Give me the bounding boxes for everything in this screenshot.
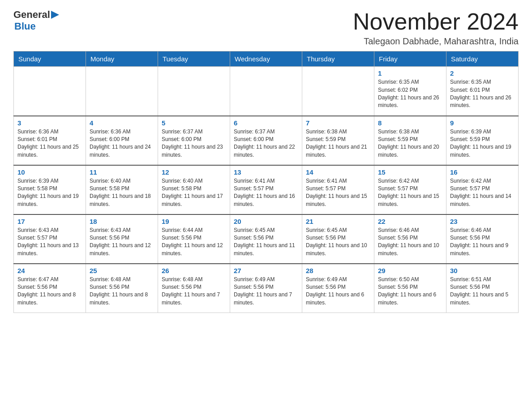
day-number: 15	[378, 168, 442, 176]
day-info: Sunrise: 6:35 AMSunset: 6:02 PMDaylight:…	[378, 78, 442, 110]
day-info: Sunrise: 6:41 AMSunset: 5:57 PMDaylight:…	[234, 177, 298, 209]
header-row: SundayMondayTuesdayWednesdayThursdayFrid…	[14, 51, 519, 67]
day-info: Sunrise: 6:40 AMSunset: 5:58 PMDaylight:…	[90, 177, 154, 209]
day-info: Sunrise: 6:49 AMSunset: 5:56 PMDaylight:…	[234, 276, 298, 307]
day-number: 25	[90, 267, 154, 274]
day-number: 23	[450, 218, 515, 225]
calendar-cell: 6Sunrise: 6:37 AMSunset: 6:00 PMDaylight…	[230, 116, 302, 165]
day-number: 30	[450, 267, 515, 274]
day-info: Sunrise: 6:51 AMSunset: 5:56 PMDaylight:…	[450, 276, 515, 307]
day-number: 9	[450, 119, 515, 127]
calendar-cell: 22Sunrise: 6:46 AMSunset: 5:56 PMDayligh…	[374, 214, 446, 264]
day-number: 21	[306, 218, 370, 225]
calendar-cell: 20Sunrise: 6:45 AMSunset: 5:56 PMDayligh…	[230, 214, 302, 264]
day-number: 27	[234, 267, 298, 274]
calendar-cell: 1Sunrise: 6:35 AMSunset: 6:02 PMDaylight…	[374, 67, 446, 116]
calendar-cell: 18Sunrise: 6:43 AMSunset: 5:56 PMDayligh…	[86, 214, 158, 264]
day-info: Sunrise: 6:43 AMSunset: 5:57 PMDaylight:…	[17, 227, 82, 258]
logo-arrow-icon	[51, 11, 59, 19]
logo-blue-text: Blue	[14, 21, 36, 32]
logo: General Blue	[13, 9, 59, 32]
day-number: 6	[234, 119, 298, 127]
day-info: Sunrise: 6:40 AMSunset: 5:58 PMDaylight:…	[162, 177, 226, 209]
day-number: 28	[306, 267, 370, 274]
day-info: Sunrise: 6:43 AMSunset: 5:56 PMDaylight:…	[90, 227, 154, 258]
day-info: Sunrise: 6:37 AMSunset: 6:00 PMDaylight:…	[234, 128, 298, 159]
day-number: 16	[450, 168, 515, 176]
day-number: 20	[234, 218, 298, 225]
calendar-table: SundayMondayTuesdayWednesdayThursdayFrid…	[13, 51, 519, 313]
day-info: Sunrise: 6:37 AMSunset: 6:00 PMDaylight:…	[162, 128, 226, 159]
calendar-cell	[302, 67, 374, 116]
day-number: 4	[90, 119, 154, 127]
day-number: 24	[17, 267, 82, 274]
calendar-cell	[158, 67, 230, 116]
calendar-cell: 8Sunrise: 6:38 AMSunset: 5:59 PMDaylight…	[374, 116, 446, 165]
logo-general-text: General	[13, 9, 50, 21]
day-number: 3	[17, 119, 82, 127]
day-of-week-header: Saturday	[446, 51, 519, 67]
day-info: Sunrise: 6:38 AMSunset: 5:59 PMDaylight:…	[378, 128, 442, 159]
calendar-cell: 17Sunrise: 6:43 AMSunset: 5:57 PMDayligh…	[14, 214, 86, 264]
calendar-cell: 21Sunrise: 6:45 AMSunset: 5:56 PMDayligh…	[302, 214, 374, 264]
day-info: Sunrise: 6:39 AMSunset: 5:58 PMDaylight:…	[17, 177, 82, 209]
day-info: Sunrise: 6:38 AMSunset: 5:59 PMDaylight:…	[306, 128, 370, 159]
day-of-week-header: Sunday	[14, 51, 86, 67]
day-info: Sunrise: 6:45 AMSunset: 5:56 PMDaylight:…	[306, 227, 370, 258]
calendar-cell	[14, 67, 86, 116]
calendar-cell: 23Sunrise: 6:46 AMSunset: 5:56 PMDayligh…	[446, 214, 519, 264]
day-info: Sunrise: 6:36 AMSunset: 6:01 PMDaylight:…	[17, 128, 82, 159]
calendar-week-row: 1Sunrise: 6:35 AMSunset: 6:02 PMDaylight…	[14, 67, 519, 116]
calendar-cell: 13Sunrise: 6:41 AMSunset: 5:57 PMDayligh…	[230, 165, 302, 214]
day-info: Sunrise: 6:39 AMSunset: 5:59 PMDaylight:…	[450, 128, 515, 159]
day-info: Sunrise: 6:48 AMSunset: 5:56 PMDaylight:…	[90, 276, 154, 307]
calendar-cell: 27Sunrise: 6:49 AMSunset: 5:56 PMDayligh…	[230, 264, 302, 313]
day-info: Sunrise: 6:42 AMSunset: 5:57 PMDaylight:…	[378, 177, 442, 209]
day-number: 10	[17, 168, 82, 176]
calendar-cell: 4Sunrise: 6:36 AMSunset: 6:00 PMDaylight…	[86, 116, 158, 165]
calendar-cell: 24Sunrise: 6:47 AMSunset: 5:56 PMDayligh…	[14, 264, 86, 313]
day-number: 12	[162, 168, 226, 176]
calendar-cell: 5Sunrise: 6:37 AMSunset: 6:00 PMDaylight…	[158, 116, 230, 165]
day-number: 18	[90, 218, 154, 225]
day-info: Sunrise: 6:47 AMSunset: 5:56 PMDaylight:…	[17, 276, 82, 307]
calendar-week-row: 10Sunrise: 6:39 AMSunset: 5:58 PMDayligh…	[14, 165, 519, 214]
day-number: 11	[90, 168, 154, 176]
day-number: 19	[162, 218, 226, 225]
day-info: Sunrise: 6:44 AMSunset: 5:56 PMDaylight:…	[162, 227, 226, 258]
location-title: Talegaon Dabhade, Maharashtra, India	[353, 36, 519, 47]
calendar-cell: 28Sunrise: 6:49 AMSunset: 5:56 PMDayligh…	[302, 264, 374, 313]
day-number: 29	[378, 267, 442, 274]
calendar-week-row: 24Sunrise: 6:47 AMSunset: 5:56 PMDayligh…	[14, 264, 519, 313]
day-number: 13	[234, 168, 298, 176]
calendar-cell: 2Sunrise: 6:35 AMSunset: 6:01 PMDaylight…	[446, 67, 519, 116]
calendar-cell: 15Sunrise: 6:42 AMSunset: 5:57 PMDayligh…	[374, 165, 446, 214]
calendar-cell: 16Sunrise: 6:42 AMSunset: 5:57 PMDayligh…	[446, 165, 519, 214]
day-number: 2	[450, 69, 515, 77]
title-area: November 2024 Talegaon Dabhade, Maharash…	[353, 9, 519, 47]
calendar-cell	[230, 67, 302, 116]
calendar-cell	[86, 67, 158, 116]
day-of-week-header: Thursday	[302, 51, 374, 67]
svg-marker-0	[51, 11, 59, 19]
day-of-week-header: Tuesday	[158, 51, 230, 67]
day-number: 7	[306, 119, 370, 127]
calendar-cell: 19Sunrise: 6:44 AMSunset: 5:56 PMDayligh…	[158, 214, 230, 264]
day-number: 22	[378, 218, 442, 225]
day-info: Sunrise: 6:41 AMSunset: 5:57 PMDaylight:…	[306, 177, 370, 209]
calendar-cell: 11Sunrise: 6:40 AMSunset: 5:58 PMDayligh…	[86, 165, 158, 214]
header: General Blue November 2024 Talegaon Dabh…	[13, 9, 519, 47]
day-info: Sunrise: 6:48 AMSunset: 5:56 PMDaylight:…	[162, 276, 226, 307]
calendar-cell: 10Sunrise: 6:39 AMSunset: 5:58 PMDayligh…	[14, 165, 86, 214]
day-info: Sunrise: 6:36 AMSunset: 6:00 PMDaylight:…	[90, 128, 154, 159]
calendar-cell: 7Sunrise: 6:38 AMSunset: 5:59 PMDaylight…	[302, 116, 374, 165]
day-info: Sunrise: 6:50 AMSunset: 5:56 PMDaylight:…	[378, 276, 442, 307]
day-info: Sunrise: 6:42 AMSunset: 5:57 PMDaylight:…	[450, 177, 515, 209]
calendar-cell: 29Sunrise: 6:50 AMSunset: 5:56 PMDayligh…	[374, 264, 446, 313]
calendar-cell: 12Sunrise: 6:40 AMSunset: 5:58 PMDayligh…	[158, 165, 230, 214]
day-number: 26	[162, 267, 226, 274]
day-number: 17	[17, 218, 82, 225]
calendar-cell: 14Sunrise: 6:41 AMSunset: 5:57 PMDayligh…	[302, 165, 374, 214]
day-of-week-header: Friday	[374, 51, 446, 67]
day-number: 1	[378, 69, 442, 77]
